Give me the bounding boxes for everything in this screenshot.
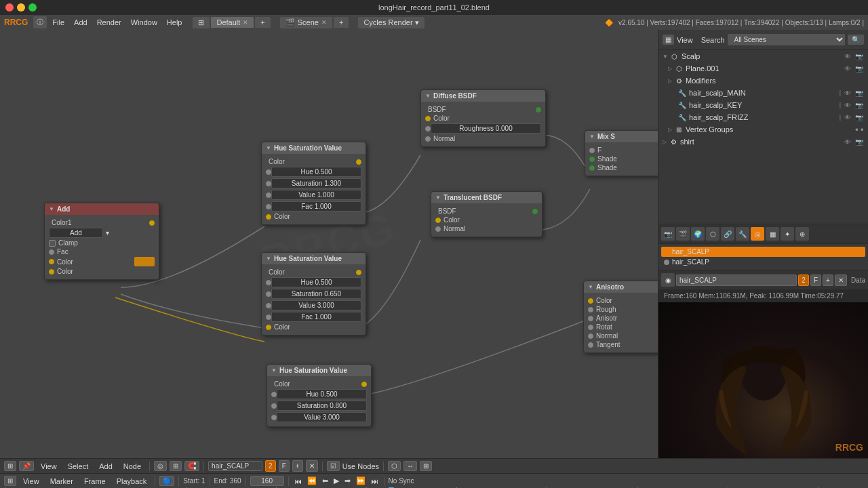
workspace-close-icon[interactable]: ✕ bbox=[243, 19, 248, 26]
outliner-tree[interactable]: ▼ ⬡ Scalp 👁 📷 ▷ ⬡ Plane.001 👁 📷 ▷ ⚙ Modi… bbox=[658, 50, 868, 224]
shirt-visibility-icon[interactable]: 👁 bbox=[843, 138, 852, 146]
help-menu[interactable]: Help bbox=[163, 17, 186, 28]
add-type-field[interactable]: Add bbox=[49, 228, 103, 238]
outliner-item-hair-key[interactable]: 🔧 hair_scalp_KEY | 👁 📷 bbox=[658, 99, 868, 111]
use-nodes-toggle[interactable]: ☑ bbox=[327, 461, 340, 471]
outliner-item-hair-frizz[interactable]: 🔧 hair_scalp_FRIZZ | 👁 📷 bbox=[658, 111, 868, 123]
outliner-item-vertex-groups[interactable]: ▷ ⊞ Vertex Groups ● ● bbox=[658, 123, 868, 136]
translucent-bsdf-node[interactable]: ▼ Translucent BSDF BSDF Color Normal bbox=[431, 191, 542, 237]
hair-main-render-icon[interactable]: 📷 bbox=[854, 89, 864, 97]
scene-selector[interactable]: 🎬 Scene ✕ bbox=[280, 17, 332, 28]
diffuse-roughness-field[interactable]: Roughness 0.000 bbox=[431, 123, 541, 134]
vertex-groups-expand-icon[interactable]: ▷ bbox=[668, 127, 672, 133]
render-menu[interactable]: Render bbox=[93, 17, 125, 28]
particles-icon[interactable]: ✦ bbox=[781, 227, 794, 241]
node-delete-btn[interactable]: ✕ bbox=[306, 460, 318, 472]
material-name-field[interactable] bbox=[676, 274, 797, 286]
active-node-name-field[interactable] bbox=[208, 461, 262, 471]
world-props-icon[interactable]: 🌍 bbox=[691, 227, 705, 241]
plane-render-icon[interactable]: 📷 bbox=[854, 65, 864, 73]
node-editor-type-icon[interactable]: ⊞ bbox=[4, 461, 16, 471]
all-scenes-dropdown[interactable]: All Scenes bbox=[728, 34, 845, 45]
node-menu-btn[interactable]: Node bbox=[119, 461, 145, 472]
workspace-default-tab[interactable]: Default ✕ bbox=[211, 17, 254, 28]
hair-frizz-render-icon[interactable]: 📷 bbox=[854, 114, 864, 121]
node-collapse-icon[interactable]: ▼ bbox=[49, 206, 54, 212]
view-label[interactable]: View bbox=[677, 36, 693, 44]
scalp-expand-icon[interactable]: ▼ bbox=[663, 54, 668, 60]
hue-sat-2-hue-row[interactable]: Hue 0.500 bbox=[266, 277, 361, 287]
hue-sat-2-sat-row[interactable]: Saturation 0.650 bbox=[266, 289, 361, 299]
outliner-item-scalp[interactable]: ▼ ⬡ Scalp 👁 📷 bbox=[658, 50, 868, 62]
node-editor[interactable]: RRCG ▼ Add bbox=[0, 30, 658, 458]
hue-sat-3-val-row[interactable]: Value 3.000 bbox=[271, 412, 367, 422]
modifier-props-icon[interactable]: 🔧 bbox=[736, 227, 749, 241]
close-button[interactable] bbox=[5, 3, 14, 12]
add-menu-btn[interactable]: Add bbox=[95, 461, 117, 472]
hue-sat-node-1[interactable]: ▼ Hue Saturation Value Color Hue 0.500 S… bbox=[261, 142, 366, 225]
shirt-expand-icon[interactable]: ▷ bbox=[663, 139, 667, 145]
node-user-count[interactable]: 2 bbox=[265, 460, 276, 472]
mix-shader-node[interactable]: ▼ Mix S F Shade Shade bbox=[585, 130, 658, 176]
add-type-row[interactable]: Add ▾ bbox=[49, 228, 155, 238]
timeline-view-btn[interactable]: View bbox=[19, 476, 43, 487]
anisotropic-node[interactable]: ▼ Anisotro Color Rough Anisotr bbox=[583, 281, 658, 353]
window-menu[interactable]: Window bbox=[127, 17, 161, 28]
add-type-dropdown-icon[interactable]: ▾ bbox=[106, 229, 109, 237]
node-transform-icon[interactable]: ↔ bbox=[403, 461, 417, 471]
modifiers-expand-icon[interactable]: ▷ bbox=[668, 78, 672, 84]
view-icon-btn[interactable]: ▦ bbox=[663, 35, 674, 45]
constraints-icon[interactable]: 🔗 bbox=[721, 227, 734, 241]
hue-sat-3-collapse-icon[interactable]: ▼ bbox=[271, 367, 277, 373]
hair-key-render-icon[interactable]: 📷 bbox=[854, 102, 864, 109]
view-menu-btn[interactable]: View bbox=[37, 461, 61, 472]
workspace-add-btn[interactable]: + bbox=[255, 17, 270, 28]
hue-sat-1-hue-field[interactable]: Hue 0.500 bbox=[271, 167, 361, 177]
jump-fwd-btn[interactable]: ⏩ bbox=[355, 476, 367, 485]
diffuse-roughness-row[interactable]: Roughness 0.000 bbox=[425, 123, 541, 134]
outliner-item-shirt[interactable]: ▷ ⚙ shirt 👁 📷 bbox=[658, 136, 868, 148]
timeline-playback-btn[interactable]: Playback bbox=[113, 476, 151, 487]
add-node[interactable]: ▼ Add Color1 Add ▾ Clamp Fac bbox=[44, 203, 159, 280]
outliner-item-hair-main[interactable]: 🔧 hair_scalp_MAIN | 👁 📷 bbox=[658, 87, 868, 99]
jump-start-btn[interactable]: ⏮ bbox=[293, 477, 303, 485]
anisotropic-collapse-icon[interactable]: ▼ bbox=[588, 284, 593, 290]
minimize-button[interactable] bbox=[17, 3, 25, 12]
outliner-item-plane[interactable]: ▷ ⬡ Plane.001 👁 📷 bbox=[658, 62, 868, 75]
add-menu[interactable]: Add bbox=[70, 17, 92, 28]
data-props-icon[interactable]: ▦ bbox=[766, 227, 779, 241]
timeline-icon[interactable]: 🔵 bbox=[159, 476, 174, 486]
node-copy-icon[interactable]: ⬡ bbox=[388, 461, 401, 471]
plane-visibility-icon[interactable]: 👁 bbox=[843, 65, 852, 73]
hue-sat-3-hue-row[interactable]: Hue 0.500 bbox=[271, 389, 367, 399]
hue-sat-1-collapse-icon[interactable]: ▼ bbox=[266, 145, 271, 151]
hue-sat-1-fac-row[interactable]: Fac 1.000 bbox=[266, 201, 361, 211]
file-menu[interactable]: File bbox=[48, 17, 68, 28]
plane-expand-icon[interactable]: ▷ bbox=[668, 66, 672, 72]
hue-sat-1-hue-row[interactable]: Hue 0.500 bbox=[266, 167, 361, 177]
hair-frizz-visibility-icon[interactable]: 👁 bbox=[843, 114, 852, 121]
search-button[interactable]: 🔍 bbox=[848, 35, 864, 45]
material-item-hair-scalp-2[interactable]: hair_SCALP bbox=[661, 257, 865, 267]
info-icon[interactable]: ⓘ bbox=[33, 16, 47, 28]
mat-browse-icon[interactable]: ◉ bbox=[661, 273, 675, 287]
scene-add-btn[interactable]: + bbox=[334, 17, 349, 28]
hue-sat-1-val-field[interactable]: Value 1.000 bbox=[271, 190, 361, 200]
hue-sat-1-sat-field[interactable]: Saturation 1.300 bbox=[271, 178, 361, 188]
hue-sat-node-2[interactable]: ▼ Hue Saturation Value Color Hue 0.500 S… bbox=[261, 252, 366, 336]
node-add-btn[interactable]: + bbox=[292, 460, 303, 472]
hue-sat-2-val-row[interactable]: Value 3.000 bbox=[266, 300, 361, 310]
mix-shader-collapse-icon[interactable]: ▼ bbox=[589, 134, 595, 140]
jump-back-btn[interactable]: ⏪ bbox=[306, 476, 318, 485]
hue-sat-2-fac-field[interactable]: Fac 1.000 bbox=[271, 312, 361, 322]
hue-sat-3-sat-field[interactable]: Saturation 0.800 bbox=[277, 401, 367, 411]
render-props-icon[interactable]: 📷 bbox=[661, 227, 675, 241]
timeline-marker-btn[interactable]: Marker bbox=[46, 476, 77, 487]
hue-sat-2-hue-field[interactable]: Hue 0.500 bbox=[271, 277, 361, 287]
scene-props-icon[interactable]: 🎬 bbox=[676, 227, 690, 241]
hue-sat-node-3[interactable]: ▼ Hue Saturation Value Color Hue 0.500 S… bbox=[267, 364, 372, 427]
node-editor-pin-icon[interactable]: 📌 bbox=[19, 461, 34, 471]
node-snap-icon[interactable]: 🧲 bbox=[184, 461, 199, 471]
object-props-icon[interactable]: ⬡ bbox=[706, 227, 719, 241]
scene-close-icon[interactable]: ✕ bbox=[321, 19, 327, 26]
